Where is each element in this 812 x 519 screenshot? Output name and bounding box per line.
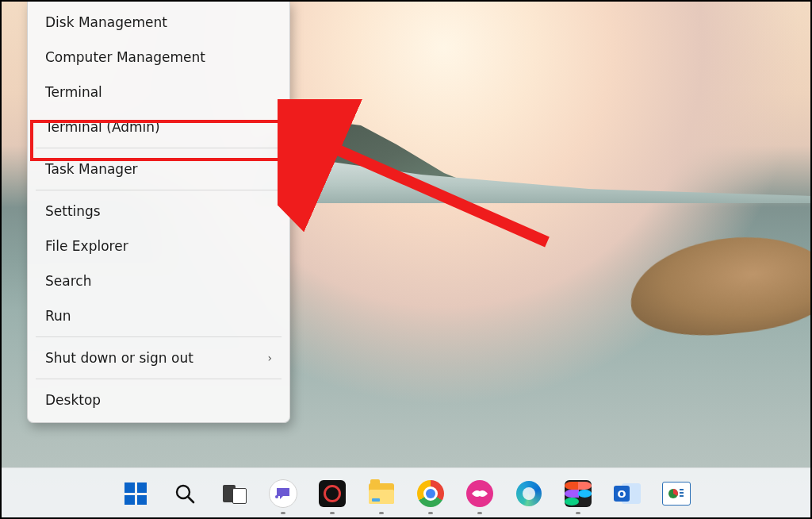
svg-line-3 <box>188 497 193 502</box>
chat-icon <box>269 479 297 508</box>
menu-item-task-manager[interactable]: Task Manager <box>28 152 289 186</box>
menu-item-terminal-admin[interactable]: Terminal (Admin) <box>28 110 289 144</box>
taskbar-chat[interactable] <box>266 476 301 511</box>
menu-separator <box>36 379 282 379</box>
menu-item-label: Desktop <box>45 392 101 408</box>
menu-item-label: File Explorer <box>45 238 128 254</box>
running-indicator <box>330 512 335 514</box>
chart-app-icon <box>662 482 691 506</box>
taskbar-lips-app[interactable] <box>462 476 497 511</box>
menu-item-label: Terminal (Admin) <box>45 119 160 135</box>
menu-item-label: Search <box>45 273 91 289</box>
taskbar-file-explorer[interactable] <box>364 476 399 511</box>
chrome-icon <box>417 480 444 507</box>
menu-item-desktop[interactable]: Desktop <box>28 383 289 417</box>
taskbar-screen-recorder[interactable] <box>315 476 350 511</box>
running-indicator <box>576 512 580 514</box>
menu-item-label: Terminal <box>45 84 102 100</box>
menu-item-settings[interactable]: Settings <box>28 194 289 229</box>
recorder-icon <box>319 480 346 507</box>
running-indicator <box>428 512 433 514</box>
menu-item-computer-management[interactable]: Computer Management <box>28 40 289 75</box>
taskbar: O <box>0 467 812 519</box>
running-indicator <box>379 512 384 514</box>
running-indicator <box>477 512 482 514</box>
taskbar-task-view[interactable] <box>216 476 251 511</box>
taskbar-figma[interactable] <box>561 476 596 511</box>
task-view-icon <box>223 485 245 502</box>
menu-separator <box>36 336 282 337</box>
menu-item-run[interactable]: Run <box>28 298 289 333</box>
wallpaper-grass <box>625 228 812 344</box>
svg-rect-6 <box>680 489 684 490</box>
windows-logo-icon <box>124 482 147 505</box>
outlook-icon: O <box>614 482 641 506</box>
menu-item-terminal[interactable]: Terminal <box>28 75 289 110</box>
menu-item-label: Settings <box>45 203 101 219</box>
folder-icon <box>369 483 394 504</box>
svg-rect-7 <box>680 492 684 494</box>
menu-item-shut-down-or-sign-out[interactable]: Shut down or sign out› <box>28 340 289 375</box>
taskbar-chart-app[interactable] <box>659 476 694 511</box>
menu-separator <box>36 148 282 148</box>
menu-item-disk-management[interactable]: Disk Management <box>28 5 289 40</box>
menu-item-label: Run <box>45 308 71 324</box>
taskbar-chrome[interactable] <box>413 476 448 511</box>
menu-item-file-explorer[interactable]: File Explorer <box>28 229 289 263</box>
svg-point-4 <box>275 495 278 498</box>
figma-icon <box>565 480 592 507</box>
taskbar-outlook[interactable]: O <box>610 476 645 511</box>
taskbar-start[interactable] <box>118 476 153 511</box>
power-user-menu: Disk ManagementComputer ManagementTermin… <box>27 0 290 423</box>
menu-item-label: Shut down or sign out <box>45 350 193 366</box>
edge-icon <box>516 481 542 506</box>
taskbar-search[interactable] <box>167 476 202 511</box>
menu-separator <box>36 190 282 190</box>
running-indicator <box>281 512 285 514</box>
menu-item-label: Task Manager <box>45 161 138 177</box>
chevron-right-icon: › <box>267 352 272 364</box>
menu-item-search[interactable]: Search <box>28 263 289 298</box>
lips-icon <box>466 480 493 507</box>
search-icon <box>174 482 196 505</box>
menu-item-label: Disk Management <box>45 14 167 30</box>
svg-rect-8 <box>680 495 684 497</box>
menu-item-label: Computer Management <box>45 49 205 65</box>
taskbar-edge[interactable] <box>511 476 546 511</box>
